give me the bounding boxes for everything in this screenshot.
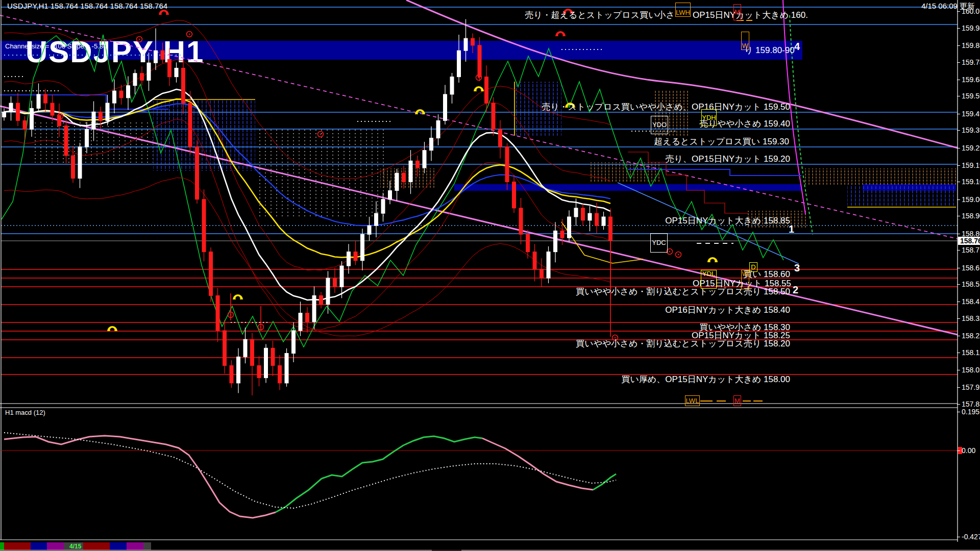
price-annotation: 買いやや小さめ・割り込むとストップロス売り 158.50 [576,287,790,296]
price-annotation: OP15日NYカット大きめ 160. [693,11,808,20]
price-annotation: 売り・超えるとストップロス買い小さ [525,11,675,20]
price-axis-label: 158.415 [962,297,980,306]
chart-label-box-m: M [733,4,741,20]
price-annotation: 買い厚め、OP15日NYカット大きめ 158.00 [621,375,790,384]
price-axis-label: 159.685 [962,76,980,84]
price-axis-label: 159.195 [962,161,980,169]
timeline-session-segment [31,542,47,550]
price-axis-label: 157.830 [962,400,980,408]
price-axis-label: 159.490 [962,110,980,118]
chart-label-box-m: M [733,395,741,406]
chart-label-box-lwl: LWL [685,395,700,406]
price-annotation: 売り、OP15日NYカット 159.20 [666,155,790,164]
symbol-quote-line: USDJPY,H1 158.764 158.764 158.764 158.76… [7,2,167,10]
price-axis-label: 158.320 [962,314,980,322]
macd-axis-label: -0.427 [962,533,980,541]
chart-label-box-lwh: LWH [675,3,691,17]
timeline-session-segment [4,542,31,550]
chart-label-box-ydc: YDC [650,233,668,253]
chart-label-box-ydo: YDO [651,116,668,134]
chart-label-box-w: W [741,32,749,50]
buy-arrow-icon [107,326,117,331]
price-axis-label: 159.295 [962,144,980,152]
macd-panel [1,433,962,518]
wave-count-number: 4 [794,41,800,53]
timeline-session-segment [110,542,127,550]
price-axis-label: 159.000 [962,195,980,204]
price-annotation: 買いやや小さめ・割り込むとストップロス売り 158.20 [576,339,790,348]
sell-arrow-icon [555,31,566,36]
price-axis-label: 159.100 [962,178,980,186]
buy-arrow-icon [474,86,484,91]
price-axis-label: 159.395 [962,126,980,134]
price-axis-label: 159.590 [962,92,980,100]
macd-axis-label: 0.195 [962,408,979,416]
price-axis-label: 160.075 [962,7,980,15]
timeline-session-segment [143,542,151,550]
price-axis-label: 158.515 [962,280,980,288]
sell-arrow-icon [159,10,169,15]
macd-axis-label: 0.00 [962,446,975,455]
current-price-tag: 158.764 [958,237,980,245]
chart-watermark: USDJPY H1 [26,35,204,69]
price-annotation: 超えるとストップロス買い 159.30 [654,137,789,146]
price-annotation: 売り・ストップロス買いやや小さめ、OP16日NYカット 159.50 [542,103,790,112]
timeline-session-segment [47,542,64,550]
channel-info-label: Channel size = 1106 Slope = -5.80 [5,42,107,50]
price-axis-label: 159.880 [962,41,980,49]
panel-borders [0,0,980,550]
price-axis-label: 158.905 [962,212,980,220]
price-axis-label: 159.980 [962,24,980,32]
chart-canvas[interactable]: USDJPY H1 [0,0,980,551]
price-axis-label: 157.925 [962,383,980,391]
price-axis-label: 158.125 [962,348,980,357]
chart-label-box-w: W [741,270,749,289]
buy-arrow-icon [707,257,718,262]
timeline-session-segment [151,542,980,550]
chart-label-box-d: D [749,262,757,272]
price-axis-label: 158.220 [962,332,980,340]
timeline-session-segment [0,542,4,550]
timeline-session-segment [127,542,143,550]
price-annotation: OP16日NYカット大きめ 158.40 [665,306,790,315]
price-annotation: り 159.80-90 [744,46,795,55]
price-axis-label: 158.025 [962,366,980,374]
wave-count-number: 3 [794,262,800,274]
macd-indicator-label: H1 macd (12) [5,409,45,416]
buy-arrow-icon [233,294,243,299]
wave-count-number: 2 [793,284,798,296]
wave-count-number: 1 [789,223,794,235]
chart-label-box-ydh: YDH [701,109,717,126]
price-axis-label: 158.710 [962,246,980,254]
price-annotation: OP15日NYカット大きめ 158.85 [665,216,790,226]
timeline-session-segment [83,542,110,550]
timeline-color-bar [0,542,980,550]
trading-terminal: USDJPY H1 USDJPY,H1 158.764 158.764 158.… [0,0,980,551]
price-axis-label: 159.785 [962,58,980,66]
chart-label-box-ydl: YDL [701,270,717,289]
timeline-date-label: 4/15 [69,543,81,550]
price-axis-label: 158.610 [962,264,980,272]
